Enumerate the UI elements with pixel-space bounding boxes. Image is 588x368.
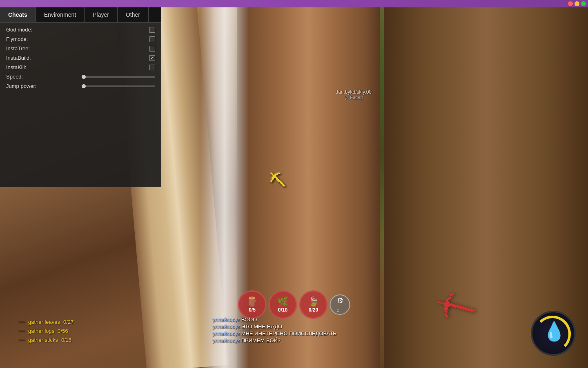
tab-player[interactable]: Player [85,7,118,22]
instabuild-control [149,55,155,61]
close-button[interactable] [568,1,573,6]
god-mode-checkbox[interactable] [149,27,155,33]
tree-trunk-far-right [384,0,588,368]
tab-cheats[interactable]: Cheats [0,7,36,22]
god-mode-control [149,27,155,33]
speed-slider[interactable] [82,76,155,78]
jump-power-label: Jump power: [6,83,82,89]
instatree-control [149,46,155,52]
options-list: God mode: Flymode: InstaTree: InstaBuild… [0,22,161,93]
instakill-label: InstaKill: [6,64,149,70]
minimize-button[interactable] [575,1,579,6]
option-row-instabuild: InstaBuild: [6,55,155,61]
instatree-label: InstaTree: [6,45,149,52]
flymode-control [149,36,155,42]
instakill-checkbox[interactable] [149,65,155,70]
speed-control [82,76,155,78]
tab-bar: Cheats Environment Player Other [0,7,161,22]
light-gap [200,0,249,368]
tree-trunk-right [237,0,380,368]
flymode-label: Flymode: [6,36,149,42]
instabuild-label: InstaBuild: [6,55,149,61]
option-row-instatree: InstaTree: [6,45,155,52]
speed-label: Speed: [6,74,82,80]
tab-other[interactable]: Other [118,7,149,22]
option-row-flymode: Flymode: [6,36,155,42]
flymode-checkbox[interactable] [149,36,155,42]
instatree-checkbox[interactable] [149,46,155,52]
jump-power-control [82,85,155,87]
tab-environment[interactable]: Environment [36,7,85,22]
cheat-panel: Cheats Environment Player Other God mode… [0,7,161,187]
instabuild-checkbox[interactable] [149,55,155,61]
option-row-jump-power: Jump power: [6,83,155,89]
jump-power-slider[interactable] [82,85,155,87]
god-mode-label: God mode: [6,27,149,33]
option-row-speed: Speed: [6,74,155,80]
option-row-god-mode: God mode: [6,27,155,33]
maximize-button[interactable] [581,1,586,6]
instakill-control [149,65,155,70]
title-bar [0,0,588,7]
option-row-instakill: InstaKill: [6,64,155,70]
